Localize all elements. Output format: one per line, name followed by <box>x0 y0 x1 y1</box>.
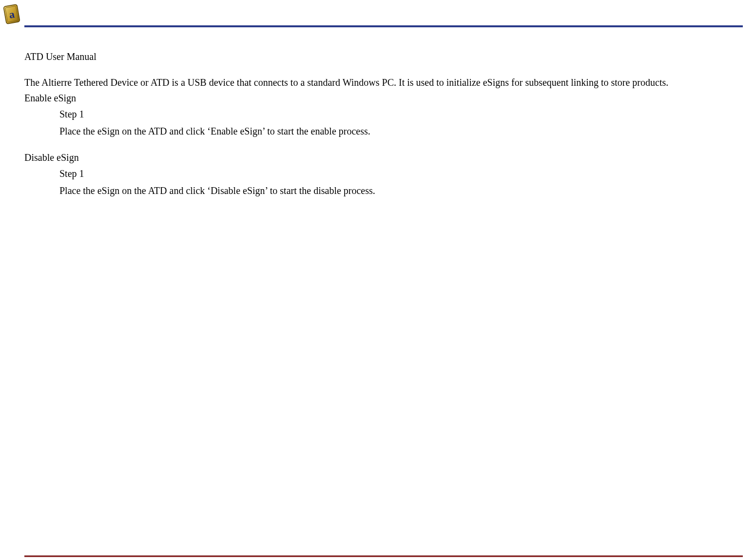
header-rule <box>24 25 743 27</box>
step-text: Place the eSign on the ATD and click ‘En… <box>59 125 743 137</box>
document-title: ATD User Manual <box>24 51 743 62</box>
section-heading-disable: Disable eSign <box>24 152 743 163</box>
section-heading-enable: Enable eSign <box>24 93 743 104</box>
intro-paragraph: The Altierre Tethered Device or ATD is a… <box>24 76 743 89</box>
step-block: Step 1 Place the eSign on the ATD and cl… <box>59 168 743 197</box>
document-body: ATD User Manual The Altierre Tethered De… <box>0 32 755 197</box>
step-text: Place the eSign on the ATD and click ‘Di… <box>59 184 743 197</box>
altierre-logo-icon: a <box>1 2 22 26</box>
footer-rule <box>24 555 743 557</box>
document-header: a <box>0 0 755 32</box>
step-label: Step 1 <box>59 168 743 179</box>
step-label: Step 1 <box>59 109 743 120</box>
step-block: Step 1 Place the eSign on the ATD and cl… <box>59 109 743 137</box>
